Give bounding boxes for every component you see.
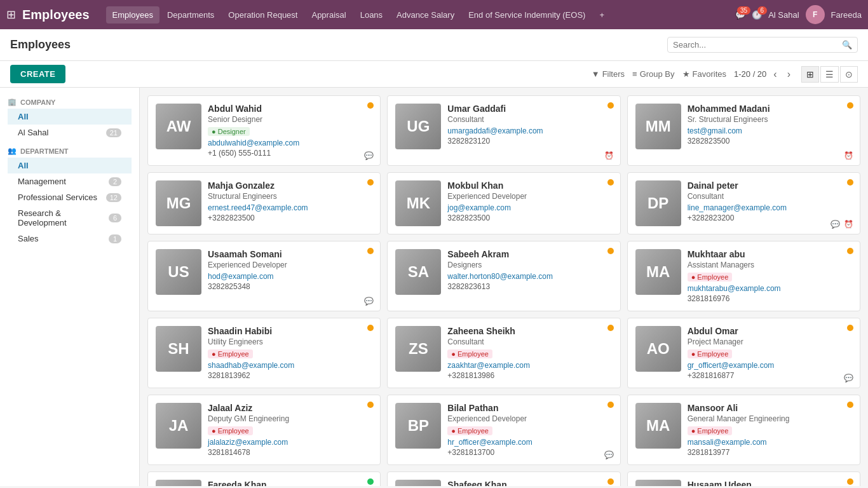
- chat-icon: [844, 374, 853, 383]
- user-name: Al Sahal: [768, 10, 799, 20]
- nav-advance-salary[interactable]: Advance Salary: [390, 6, 461, 24]
- employee-photo: MM: [635, 104, 681, 149]
- employee-photo: AO: [635, 326, 681, 372]
- employee-name: Zaheena Sheikh: [447, 326, 612, 336]
- create-button[interactable]: CREATE: [10, 65, 65, 83]
- sidebar-count: 1: [109, 234, 121, 243]
- favorites-button[interactable]: ★ Favorites: [682, 69, 726, 79]
- employee-photo: JA: [156, 403, 201, 449]
- status-dot: [607, 325, 614, 331]
- filters-button[interactable]: ▼ Filters: [592, 69, 625, 79]
- employee-card[interactable]: MM Mohammed Madani Sr. Structural Engine…: [627, 95, 860, 166]
- employee-job: Experienced Developer: [208, 261, 372, 269]
- nav-employees[interactable]: Employees: [106, 6, 159, 24]
- messages-button[interactable]: 💬35: [735, 10, 745, 20]
- employee-info: Sabeeh Akram Designers walter.horton80@e…: [447, 249, 612, 303]
- card-footer: [604, 151, 614, 160]
- employee-card[interactable]: BP Bilal Pathan Experienced Developer ● …: [387, 395, 620, 465]
- sidebar-item-sales[interactable]: Sales 1: [8, 231, 132, 247]
- employee-info: Shaadin Habibi Utility Engineers ● Emplo…: [208, 326, 372, 380]
- employee-email: walter.horton80@example.com: [447, 272, 612, 281]
- status-dot: [607, 179, 614, 186]
- nav-right: 💬35 🕐6 Al Sahal F Fareeda: [735, 5, 862, 24]
- toolbar-right: ▼ Filters ≡ Group By ★ Favorites 1-20 / …: [592, 66, 858, 83]
- employee-card[interactable]: AO Abdul Omar Project Manager ● Employee…: [627, 318, 860, 388]
- sidebar-item-professional-services[interactable]: Professional Services 12: [8, 189, 132, 205]
- nav-plus[interactable]: +: [593, 6, 611, 24]
- pager-range: 1-20 / 20: [734, 69, 766, 79]
- employee-phone: +3281816877: [688, 371, 852, 380]
- employee-card[interactable]: SA Sabeeh Akram Designers walter.horton8…: [387, 241, 620, 311]
- employee-phone: +3282823200: [688, 214, 852, 222]
- groupby-button[interactable]: ≡ Group By: [632, 69, 675, 79]
- search-icon: 🔍: [842, 40, 852, 50]
- employee-card[interactable]: JA Jalaal Aziz Deputy GM Engineering ● E…: [147, 395, 381, 465]
- view-buttons: ⊞ ☰ ⊙: [801, 66, 858, 83]
- card-footer: [844, 151, 853, 160]
- employee-name: Fareeda Khan: [208, 480, 372, 486]
- employee-tag: ● Employee: [688, 349, 733, 358]
- app-grid-icon[interactable]: ⊞: [6, 8, 16, 22]
- nav-loans[interactable]: Loans: [354, 6, 389, 24]
- employee-card[interactable]: SK Shafeeq Khan Experienced Developer: [387, 471, 620, 486]
- clock-view-button[interactable]: ⊙: [840, 66, 858, 83]
- clock-icon: [844, 220, 853, 229]
- nav-departments[interactable]: Departments: [161, 6, 220, 24]
- nav-appraisal[interactable]: Appraisal: [305, 6, 352, 24]
- list-view-button[interactable]: ☰: [820, 66, 839, 83]
- employee-card[interactable]: MA Mukhtaar abu Assistant Managers ● Emp…: [627, 241, 860, 311]
- activity-button[interactable]: 🕐6: [752, 10, 762, 20]
- company-icon: 🏢: [8, 98, 17, 106]
- chat-icon: [831, 220, 840, 229]
- sidebar-item-company-all[interactable]: All: [8, 109, 132, 125]
- employee-email: abdulwahid@example.com: [208, 139, 372, 147]
- employee-card[interactable]: HU Husaam Udeen: [627, 471, 860, 486]
- employee-email: zaakhtar@example.com: [447, 361, 612, 370]
- employee-job: Sr. Structural Engineers: [688, 115, 852, 124]
- status-dot: [607, 478, 614, 485]
- employee-email: jalalaziz@example.com: [208, 438, 372, 447]
- employee-name: Sabeeh Akram: [447, 249, 612, 259]
- employee-card[interactable]: MA Mansoor Ali General Manager Engineeri…: [627, 395, 860, 465]
- sidebar-item-research-development[interactable]: Research & Development 6: [8, 205, 132, 231]
- employee-card[interactable]: ZS Zaheena Sheikh Consultant ● Employee …: [387, 318, 620, 388]
- sidebar-item-dept-all[interactable]: All: [8, 158, 132, 173]
- sidebar-label: All: [18, 161, 29, 170]
- pager-prev[interactable]: ‹: [770, 67, 780, 81]
- card-footer: [364, 151, 374, 160]
- nav-operation-request[interactable]: Operation Request: [222, 6, 304, 24]
- sidebar-item-management[interactable]: Management 2: [8, 173, 132, 189]
- employee-card[interactable]: AW Abdul Wahid Senior Designer ● Designe…: [147, 95, 381, 166]
- search-input[interactable]: [673, 40, 842, 50]
- messages-badge: 35: [737, 6, 750, 15]
- star-icon: ★: [682, 69, 690, 79]
- employee-card[interactable]: SH Shaadin Habibi Utility Engineers ● Em…: [147, 318, 381, 388]
- status-dot: [847, 248, 853, 254]
- grid-view-button[interactable]: ⊞: [801, 66, 819, 83]
- employee-card[interactable]: MG Mahja Gonzalez Structural Engineers e…: [147, 172, 381, 234]
- employee-photo: MA: [635, 403, 681, 449]
- employee-card[interactable]: FK Fareeda Khan Chief Technical Officer: [147, 471, 381, 486]
- card-footer: [831, 220, 853, 229]
- employee-name: Bilal Pathan: [447, 403, 612, 413]
- employee-info: Mansoor Ali General Manager Engineering …: [688, 403, 852, 457]
- employee-phone: 3281813977: [688, 448, 852, 457]
- employee-card[interactable]: US Usaamah Somani Experienced Developer …: [147, 241, 381, 311]
- employee-name: Dainal peter: [688, 180, 852, 191]
- employee-name: Mansoor Ali: [688, 403, 852, 413]
- card-footer: [844, 374, 853, 383]
- employee-info: Mokbul Khan Experienced Developer jog@ex…: [447, 180, 612, 226]
- status-dot: [847, 478, 853, 485]
- avatar-name: Fareeda: [831, 10, 862, 20]
- employee-card[interactable]: UG Umar Gaddafi Consultant umargaddafi@e…: [387, 95, 620, 166]
- employee-card[interactable]: MK Mokbul Khan Experienced Developer jog…: [387, 172, 620, 234]
- avatar[interactable]: F: [806, 5, 825, 24]
- pager-next[interactable]: ›: [784, 67, 794, 81]
- nav-eos[interactable]: End of Service Indemnity (EOS): [462, 6, 592, 24]
- sidebar-item-al-sahal[interactable]: Al Sahal 21: [8, 125, 132, 140]
- employee-info: Mohammed Madani Sr. Structural Engineers…: [688, 104, 852, 158]
- employee-email: shaadhab@example.com: [208, 361, 372, 370]
- employee-card[interactable]: DP Dainal peter Consultant line_manager@…: [627, 172, 860, 234]
- employee-phone: 3282825348: [208, 282, 372, 291]
- employee-tag: ● Employee: [447, 426, 492, 435]
